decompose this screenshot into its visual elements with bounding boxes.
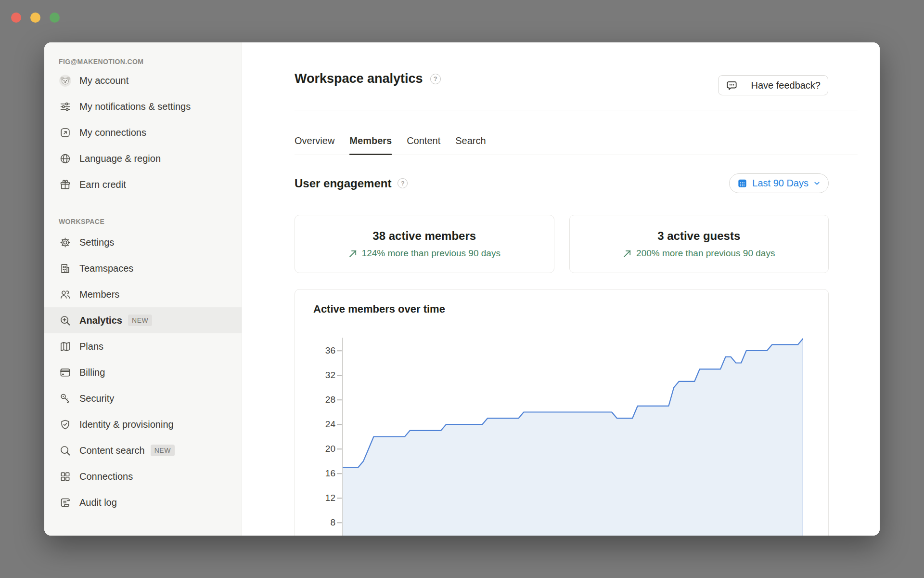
sidebar-item-language-region[interactable]: Language & region (44, 145, 242, 171)
analytics-main-pane: Workspace analytics ? Have feedback? Ove… (242, 42, 880, 536)
globe-icon (59, 152, 72, 165)
page-header: Workspace analytics ? (295, 71, 441, 86)
grid-icon (59, 470, 72, 483)
y-tick-label: 32 (306, 370, 335, 381)
y-tick-mark (337, 399, 342, 400)
settings-dialog: FIG@MAKENOTION.COM My account My notific… (44, 42, 880, 536)
sidebar-item-members[interactable]: Members (44, 281, 242, 307)
help-icon[interactable]: ? (430, 74, 441, 84)
active-members-chart-card: Active members over time 363228242016128 (295, 289, 829, 536)
y-tick-mark (337, 448, 342, 449)
account-email-label: FIG@MAKENOTION.COM (59, 58, 242, 66)
y-tick-label: 24 (306, 419, 335, 430)
tab-search[interactable]: Search (455, 127, 486, 155)
sidebar-item-my-notifications-settings[interactable]: My notifications & settings (44, 93, 242, 119)
help-icon[interactable]: ? (398, 178, 408, 188)
key-icon (59, 392, 72, 405)
sidebar-item-identity-provisioning[interactable]: Identity & provisioning (44, 411, 242, 437)
account-section: My account My notifications & settings M… (44, 67, 242, 197)
feedback-button-label: Have feedback? (751, 80, 821, 91)
date-range-label: Last 90 Days (752, 178, 808, 189)
sidebar-item-security[interactable]: Security (44, 385, 242, 411)
active-members-card: 38 active members 124% more than previou… (295, 215, 554, 273)
header-divider (295, 110, 858, 110)
avatar (59, 74, 72, 87)
workspace-section: Settings Teamspaces Members Analytics NE… (44, 229, 242, 515)
trend-up-icon (623, 249, 632, 258)
people-icon (59, 288, 72, 301)
y-tick-label: 8 (306, 517, 335, 528)
sidebar-item-analytics[interactable]: Analytics NEW (44, 307, 242, 333)
chevron-down-icon (813, 179, 821, 187)
settings-sidebar: FIG@MAKENOTION.COM My account My notific… (44, 42, 242, 536)
sidebar-item-billing[interactable]: Billing (44, 359, 242, 385)
tab-content[interactable]: Content (407, 127, 440, 155)
sidebar-item-content-search[interactable]: Content search NEW (44, 437, 242, 463)
have-feedback-button[interactable]: Have feedback? (718, 75, 828, 95)
user-engagement-header: User engagement ? Last 90 Days (295, 173, 829, 193)
gear-icon (59, 236, 72, 249)
y-tick-label: 16 (306, 468, 335, 479)
y-tick-label: 28 (306, 394, 335, 405)
search-icon (59, 444, 72, 457)
chart-title: Active members over time (313, 303, 445, 315)
magnifier-sparkle-icon (59, 314, 72, 327)
sidebar-item-my-connections[interactable]: My connections (44, 119, 242, 145)
speech-bubble-icon (726, 79, 738, 92)
y-tick-label: 20 (306, 444, 335, 454)
calendar-icon (737, 178, 748, 189)
section-title: User engagement (295, 177, 391, 190)
gift-icon (59, 178, 72, 191)
y-tick-mark (337, 424, 342, 425)
credit-card-icon (59, 366, 72, 379)
sidebar-item-earn-credit[interactable]: Earn credit (44, 171, 242, 197)
sidebar-item-my-account[interactable]: My account (44, 67, 242, 93)
engagement-stat-cards: 38 active members 124% more than previou… (295, 215, 829, 273)
stat-delta: 200% more than previous 90 days (636, 248, 775, 259)
tab-overview[interactable]: Overview (295, 127, 334, 155)
scroll-icon (59, 496, 72, 509)
y-tick-mark (337, 498, 342, 499)
minimize-button[interactable] (30, 13, 40, 23)
stat-value: 3 active guests (657, 229, 740, 243)
y-tick-label: 12 (306, 493, 335, 503)
page-title: Workspace analytics (295, 71, 423, 86)
trend-up-icon (348, 249, 358, 258)
map-icon (59, 340, 72, 353)
stat-value: 38 active members (372, 229, 476, 243)
active-members-area-chart (343, 338, 803, 536)
shield-check-icon (59, 418, 72, 431)
new-badge: NEW (128, 315, 152, 326)
date-range-selector[interactable]: Last 90 Days (729, 173, 829, 193)
new-badge: NEW (151, 445, 175, 456)
stat-delta: 124% more than previous 90 days (362, 248, 500, 259)
y-tick-mark (337, 350, 342, 351)
tab-members[interactable]: Members (349, 127, 392, 155)
y-tick-mark (337, 473, 342, 474)
y-tick-label: 36 (306, 345, 335, 356)
active-guests-card: 3 active guests 200% more than previous … (569, 215, 829, 273)
zoom-button[interactable] (50, 13, 60, 23)
sidebar-item-plans[interactable]: Plans (44, 333, 242, 359)
building-icon (59, 262, 72, 275)
sidebar-item-connections[interactable]: Connections (44, 463, 242, 489)
y-tick-mark (337, 522, 342, 523)
sliders-icon (59, 100, 72, 113)
analytics-tabs: OverviewMembersContentSearch (295, 127, 858, 155)
sidebar-item-audit-log[interactable]: Audit log (44, 489, 242, 515)
close-button[interactable] (11, 13, 21, 23)
sidebar-item-settings[interactable]: Settings (44, 229, 242, 255)
sidebar-item-teamspaces[interactable]: Teamspaces (44, 255, 242, 281)
external-link-icon (59, 126, 72, 139)
workspace-section-label: WORKSPACE (59, 218, 242, 225)
y-tick-mark (337, 375, 342, 376)
